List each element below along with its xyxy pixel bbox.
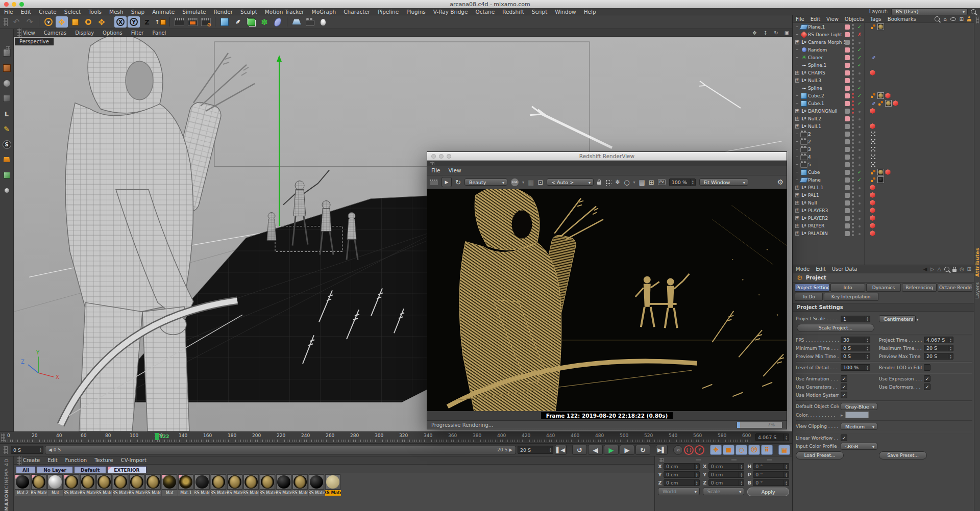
visibility-dots[interactable]: [852, 32, 854, 37]
object-row-chairs[interactable]: CHAIRS: [793, 69, 974, 76]
record-active-objects-button[interactable]: ( ): [684, 445, 694, 455]
history-back-icon[interactable]: ◀: [923, 266, 927, 272]
coord-value-spinner[interactable]: 0 cm: [664, 479, 700, 486]
layer-color-chip[interactable]: [845, 185, 850, 190]
pan-icon[interactable]: ✥: [751, 30, 758, 36]
value-spinner[interactable]: 20 S: [924, 353, 953, 360]
menu-create[interactable]: Create: [39, 9, 57, 15]
menu-render[interactable]: Render: [214, 9, 233, 15]
object-row-spline-1[interactable]: Spline.1: [793, 61, 974, 69]
deformer-button[interactable]: [272, 16, 284, 28]
spinner-arrows-icon[interactable]: [865, 316, 870, 322]
layer-color-chip[interactable]: [845, 147, 850, 152]
material-rs-mate-12[interactable]: RS Mate: [211, 474, 227, 496]
spinner-arrows-icon[interactable]: [783, 464, 789, 469]
visibility-dots[interactable]: [852, 177, 854, 183]
spinner-arrows-icon[interactable]: [739, 480, 744, 486]
history-forward-icon[interactable]: ▷: [930, 266, 934, 272]
visibility-dots[interactable]: [852, 116, 854, 121]
color-swatch[interactable]: [845, 412, 869, 418]
coord-value-spinner[interactable]: 0 cm: [664, 463, 700, 470]
layer-color-chip[interactable]: [845, 200, 850, 206]
spinner-arrows-icon[interactable]: [694, 472, 699, 477]
new-panel-icon[interactable]: ⊞: [967, 266, 971, 272]
object-row-5[interactable]: 5: [793, 161, 974, 168]
object-row-pal1[interactable]: PAL1: [793, 191, 974, 199]
coord-value-spinner[interactable]: 0 °: [753, 463, 789, 470]
editor-visibility[interactable]: [856, 24, 863, 30]
dropdown[interactable]: Medium: [841, 423, 877, 430]
layer-color-chip[interactable]: [845, 109, 850, 114]
target-icon[interactable]: ◎: [960, 266, 964, 272]
render-settings-button[interactable]: [200, 16, 212, 28]
texture-button[interactable]: [2, 63, 12, 73]
minimize-icon[interactable]: [439, 154, 444, 159]
channel-caret-icon[interactable]: ▾: [522, 180, 524, 185]
editor-visibility[interactable]: [856, 116, 863, 121]
renderview-titlebar[interactable]: Redshift RenderView: [427, 152, 787, 161]
renderview-menu-view[interactable]: View: [449, 167, 461, 173]
spinner-arrows-icon[interactable]: [694, 464, 699, 469]
value-spinner[interactable]: 100 %: [841, 364, 870, 371]
material-rs-mate-8[interactable]: RS Mate: [145, 474, 161, 496]
checker-background-icon[interactable]: [528, 178, 534, 186]
layer-color-chip[interactable]: [845, 177, 850, 183]
mograph-button[interactable]: [258, 16, 271, 28]
brush-tag[interactable]: [870, 54, 876, 61]
aov-dropdown[interactable]: Beauty: [464, 178, 507, 186]
material-menu-texture[interactable]: Texture: [94, 457, 113, 463]
spinner-arrows-icon[interactable]: [739, 472, 744, 477]
rs-tag[interactable]: [893, 100, 898, 106]
expander[interactable]: [794, 201, 800, 205]
dropdown[interactable]: Gray-Blue: [841, 403, 877, 410]
object-row-null-1[interactable]: Null.1: [793, 122, 974, 130]
spinner-arrows-icon[interactable]: [38, 446, 43, 453]
layer-color-chip[interactable]: [845, 93, 850, 98]
attribute-menu-user-data[interactable]: User Data: [832, 266, 857, 272]
object-row-cloner[interactable]: Cloner: [793, 54, 974, 61]
button-save-preset[interactable]: Save Preset...: [879, 451, 927, 459]
expand-arrow-icon[interactable]: [841, 412, 843, 418]
rs-tag[interactable]: [885, 93, 891, 98]
editor-visibility[interactable]: [856, 108, 863, 114]
current-frame-marker[interactable]: 122: [155, 433, 169, 440]
viewport-grip[interactable]: [17, 29, 21, 37]
snapshot-icon[interactable]: [430, 180, 438, 185]
checkbox[interactable]: [924, 375, 930, 382]
axis-y-button[interactable]: [128, 16, 140, 28]
editor-visibility[interactable]: [856, 47, 863, 53]
viewport-menu-filter[interactable]: Filter: [131, 30, 144, 36]
visibility-dots[interactable]: [852, 223, 854, 228]
current-time-spinner[interactable]: 0 S: [11, 446, 43, 454]
close-icon[interactable]: [431, 154, 436, 159]
camera-label[interactable]: Perspective: [15, 38, 54, 45]
layer-color-chip[interactable]: [845, 32, 850, 37]
rs-tag[interactable]: [870, 185, 875, 190]
visibility-dots[interactable]: [852, 200, 854, 206]
object-tree[interactable]: Plane.1RS Dome LightCamera Morph SetupRa…: [793, 22, 974, 265]
spinner-arrows-icon[interactable]: [690, 179, 695, 186]
rotate-view-icon[interactable]: ↻: [773, 30, 779, 36]
menu-edit[interactable]: Edit: [21, 9, 31, 15]
viewport-menu-cameras[interactable]: Cameras: [44, 30, 66, 36]
lock-icon[interactable]: [597, 182, 601, 185]
editor-visibility[interactable]: [856, 123, 863, 129]
object-row-spline[interactable]: Spline: [793, 84, 974, 92]
layer-color-chip[interactable]: [845, 101, 850, 106]
play-forwards-button[interactable]: ▶: [604, 445, 619, 455]
camera-button[interactable]: [304, 16, 316, 28]
viewport-menu-display[interactable]: Display: [75, 30, 94, 36]
start-render-icon[interactable]: [442, 177, 452, 187]
uv-green-button[interactable]: [2, 170, 12, 180]
object-row-3[interactable]: 3: [793, 145, 974, 153]
checkbox[interactable]: [924, 384, 930, 390]
expander[interactable]: [794, 224, 800, 228]
preview-range-slider[interactable]: ◀ 0 S 20 S ▶: [45, 446, 516, 454]
material-rs-mate-6[interactable]: RS Mate: [113, 474, 129, 496]
expander[interactable]: [794, 109, 800, 113]
spinner-arrows-icon[interactable]: [865, 365, 870, 370]
menu-v-ray-bridge[interactable]: V-Ray Bridge: [433, 9, 468, 15]
expander[interactable]: [794, 209, 800, 213]
sample-filter-icon[interactable]: [624, 178, 629, 186]
strip-grip[interactable]: [6, 46, 10, 54]
